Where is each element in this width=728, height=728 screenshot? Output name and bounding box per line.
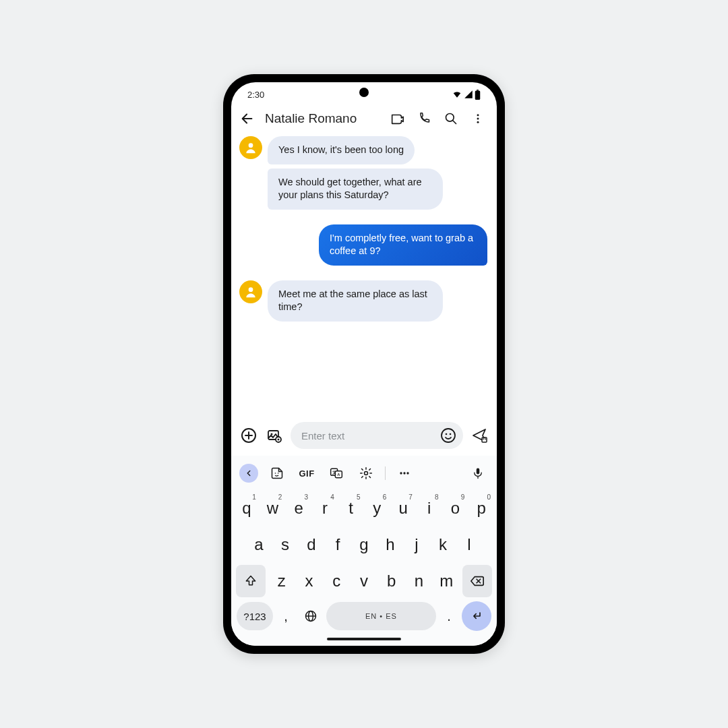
enter-key[interactable]: [462, 601, 491, 631]
gallery-button[interactable]: [265, 426, 284, 445]
key-z[interactable]: z: [268, 564, 295, 599]
key-q[interactable]: q1: [234, 491, 260, 526]
svg-point-13: [271, 433, 273, 435]
svg-point-4: [477, 114, 479, 116]
outgoing-message[interactable]: I'm completly free, want to grab a coffe…: [319, 224, 487, 266]
battery-icon: [475, 90, 481, 100]
keyboard-back-button[interactable]: [239, 464, 258, 483]
backspace-key[interactable]: [462, 565, 492, 597]
key-l[interactable]: l: [456, 527, 482, 562]
key-m[interactable]: m: [433, 564, 460, 599]
send-button[interactable]: [470, 426, 489, 445]
incoming-message[interactable]: We should get together, what are your pl…: [268, 169, 443, 210]
contact-name: Natalie Romano: [265, 111, 380, 126]
emoji-button[interactable]: [439, 426, 458, 445]
translate-button[interactable]: 文A: [326, 462, 347, 484]
svg-text:文: 文: [332, 470, 336, 475]
key-g[interactable]: g: [351, 527, 377, 562]
gif-button[interactable]: GIF: [296, 462, 317, 484]
comma-key[interactable]: ,: [276, 602, 295, 630]
key-r[interactable]: r4: [312, 491, 338, 526]
message-input[interactable]: [301, 430, 433, 442]
message-list: Yes I know, it's been too long We should…: [231, 135, 497, 418]
key-o[interactable]: o9: [443, 491, 468, 526]
cell-signal-icon: [464, 90, 473, 99]
key-e[interactable]: e3: [286, 491, 311, 526]
contact-avatar: [239, 136, 262, 159]
message-row: Yes I know, it's been too long: [239, 136, 489, 164]
key-p[interactable]: p0: [468, 491, 494, 526]
svg-rect-30: [477, 468, 480, 475]
svg-point-8: [249, 287, 253, 292]
symbols-key[interactable]: ?123: [237, 602, 273, 630]
key-w[interactable]: w2: [260, 491, 286, 526]
key-c[interactable]: c: [323, 564, 350, 599]
svg-point-20: [275, 473, 276, 474]
video-call-button[interactable]: [388, 109, 406, 128]
svg-point-16: [442, 429, 455, 442]
svg-point-6: [477, 121, 479, 123]
back-button[interactable]: [238, 109, 257, 128]
language-key[interactable]: [299, 602, 323, 630]
key-k[interactable]: k: [430, 527, 456, 562]
keyboard-toolbar: GIF 文A: [234, 458, 494, 489]
svg-point-15: [278, 439, 280, 441]
key-d[interactable]: d: [299, 527, 324, 562]
camera-hole: [359, 88, 369, 97]
status-icons: [452, 90, 481, 100]
svg-point-18: [450, 433, 452, 435]
key-a[interactable]: a: [246, 527, 272, 562]
key-y[interactable]: y6: [365, 491, 390, 526]
keyboard-more-button[interactable]: [394, 462, 415, 484]
incoming-message[interactable]: Yes I know, it's been too long: [268, 136, 415, 164]
keyboard-row-1: q1 w2 e3 r4 t5 y6 u7 i8 o9 p0: [234, 491, 494, 526]
keyboard: GIF 文A q1 w2 e3 r4: [231, 456, 497, 646]
toolbar-divider: [385, 466, 386, 480]
svg-point-5: [477, 118, 479, 120]
key-x[interactable]: x: [296, 564, 323, 599]
conversation-header: Natalie Romano: [231, 102, 497, 135]
spacebar-key[interactable]: EN • ES: [326, 602, 436, 630]
sticker-button[interactable]: [266, 462, 288, 484]
message-row: We should get together, what are your pl…: [239, 169, 489, 210]
more-options-button[interactable]: [468, 109, 487, 128]
message-row: Meet me at the same place as last time?: [239, 280, 489, 322]
keyboard-row-bottom: ?123 , EN • ES .: [234, 600, 494, 631]
voice-call-button[interactable]: [415, 109, 433, 128]
key-f[interactable]: f: [325, 527, 351, 562]
keyboard-row-2: a s d f g h j k l: [234, 527, 494, 562]
svg-rect-0: [475, 90, 481, 100]
svg-point-17: [446, 433, 448, 435]
svg-point-26: [365, 472, 368, 475]
keyboard-settings-button[interactable]: [355, 462, 377, 484]
add-attachment-button[interactable]: [239, 426, 258, 445]
nav-handle[interactable]: [327, 638, 401, 640]
wifi-icon: [452, 90, 462, 99]
svg-point-29: [406, 472, 408, 474]
key-n[interactable]: n: [406, 564, 433, 599]
search-button[interactable]: [442, 109, 460, 128]
status-bar: 2:30: [231, 82, 497, 102]
period-key[interactable]: .: [439, 602, 458, 630]
phone-frame: 2:30 Natalie Romano: [223, 74, 505, 654]
key-u[interactable]: u7: [390, 491, 416, 526]
voice-input-button[interactable]: [467, 462, 489, 484]
key-s[interactable]: s: [272, 527, 298, 562]
key-i[interactable]: i8: [417, 491, 442, 526]
contact-avatar: [239, 280, 262, 303]
compose-bar: [231, 418, 497, 456]
keyboard-row-3: z x c v b n m: [234, 564, 494, 599]
svg-line-3: [453, 121, 456, 124]
key-v[interactable]: v: [351, 564, 377, 599]
message-input-container: [291, 422, 463, 449]
shift-key[interactable]: [236, 565, 266, 597]
incoming-message[interactable]: Meet me at the same place as last time?: [268, 280, 443, 322]
status-time: 2:30: [247, 90, 264, 100]
svg-point-21: [278, 473, 279, 474]
svg-point-28: [403, 472, 405, 474]
key-t[interactable]: t5: [338, 491, 364, 526]
svg-point-7: [249, 143, 253, 148]
key-h[interactable]: h: [377, 527, 403, 562]
key-b[interactable]: b: [378, 564, 405, 599]
key-j[interactable]: j: [404, 527, 429, 562]
